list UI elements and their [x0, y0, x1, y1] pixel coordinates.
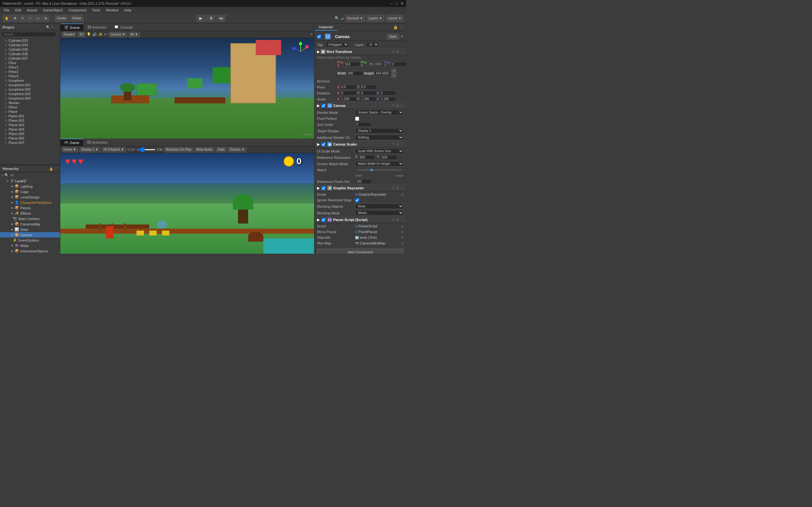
raycaster-enabled-check[interactable]	[321, 186, 325, 190]
rect-reset-icon[interactable]: ↺	[396, 50, 399, 54]
pos-z-input[interactable]	[391, 62, 406, 67]
hierarchy-add-icon[interactable]: +	[1, 173, 3, 177]
project-item-icosphere003[interactable]: ▷Icosphere.003	[0, 92, 60, 96]
menu-pause-edit[interactable]: ⊙	[401, 230, 404, 234]
hier-level1[interactable]: ▼ 🎬 Level1*	[0, 178, 60, 183]
rect-more-icon[interactable]: ⋮	[400, 50, 404, 54]
menu-help[interactable]: Help	[121, 8, 134, 13]
canvas-enabled-check[interactable]	[321, 104, 325, 108]
menu-assets[interactable]: Assets	[24, 8, 40, 13]
tab-animation[interactable]: 🎞 Animation	[84, 138, 112, 146]
project-item-plane007[interactable]: ▷Plane.007	[0, 140, 60, 145]
pause-reset-icon[interactable]: ↺	[396, 218, 399, 222]
gizmos-game-btn[interactable]: Gizmos ▼	[228, 147, 247, 153]
toolbar-hidden-icon[interactable]: 👁	[104, 33, 107, 37]
gr-script-edit-icon[interactable]: ⊙	[401, 193, 404, 196]
rect-tool[interactable]: ▭	[34, 15, 42, 22]
scale-x-input[interactable]	[340, 97, 357, 102]
hier-pieces[interactable]: ▶ 📦 Pieces	[0, 205, 60, 211]
close-scene-icon[interactable]: ✕	[310, 32, 313, 37]
hierarchy-more-icon[interactable]: ⋮	[54, 167, 57, 171]
hand-tool[interactable]: ✋	[3, 15, 11, 22]
menu-component[interactable]: Component	[66, 8, 89, 13]
hierarchy-search-icon[interactable]: 🔍	[4, 173, 9, 177]
static-button[interactable]: Static	[387, 34, 399, 39]
project-item-plane001[interactable]: ▷Plane.001	[0, 114, 60, 118]
project-item-plane002[interactable]: ▷Plane.002	[0, 118, 60, 123]
hier-maincamera[interactable]: 📷 Main Camera	[0, 216, 60, 221]
project-item-plane[interactable]: ▷Plane	[0, 109, 60, 114]
project-item-cylinder037[interactable]: ▷Cylinder.037	[0, 56, 60, 61]
project-search-icon[interactable]: 🔍	[46, 25, 50, 29]
hier-character[interactable]: ▶ 👤 CharacterPainEpice	[0, 200, 60, 205]
menu-tools[interactable]: Tools	[90, 8, 103, 13]
hier-effects[interactable]: ▶ ✨ Effects	[0, 211, 60, 216]
rot-x-input[interactable]	[340, 91, 357, 96]
project-item-icosphere004[interactable]: ▷Icosphere.004	[0, 96, 60, 101]
graphic-raycaster-header[interactable]: ▶ ⊕ Graphic Raycaster ? ↺ ⋮	[314, 184, 406, 191]
canvas-scaler-header[interactable]: ▶ ▣ Canvas Scaler ? ↺ ⋮	[314, 141, 406, 148]
gizmos-button[interactable]: Gizmos ▼	[108, 32, 127, 38]
scale-slider[interactable]	[137, 149, 155, 150]
project-item-fleur3[interactable]: ▷Fleur3	[0, 74, 60, 78]
ui-scale-dropdown[interactable]: Scale With Screen Size	[355, 149, 404, 154]
2d-button[interactable]: 2D	[78, 32, 85, 38]
rect-transform-header[interactable]: ▶ ⊞ Rect Transform ? ↺ ⋮	[314, 48, 406, 55]
hierarchy-lock-icon[interactable]: 🔒	[49, 167, 53, 171]
hier-cage[interactable]: ▶ 📦 Cage	[0, 189, 60, 194]
hier-camerasmgr[interactable]: ▶ 📦 CamerasMgr	[0, 221, 60, 227]
ref-pixels-input[interactable]	[355, 179, 371, 184]
width-input[interactable]	[347, 71, 363, 76]
hierarchy-filter-all[interactable]: All	[10, 173, 14, 177]
pivot-button[interactable]: Center	[55, 15, 68, 22]
canvas-comp-header[interactable]: ▶ UI Canvas ? ↺ ⋮	[314, 102, 406, 109]
match-slider[interactable]	[356, 169, 402, 171]
collab-icon[interactable]: ☁	[341, 16, 344, 20]
project-item-icosphere002[interactable]: ▷Icosphere.002	[0, 87, 60, 92]
close-button[interactable]: ✕	[400, 1, 404, 6]
step-button[interactable]: ⏭	[217, 15, 225, 22]
tag-dropdown[interactable]: Untagged	[325, 42, 349, 47]
layer-dropdown[interactable]: UI	[366, 42, 379, 47]
raycaster-reset-icon[interactable]: ↺	[396, 186, 399, 190]
rect-help-icon[interactable]: ?	[392, 50, 394, 54]
pause-script-header[interactable]: ▶ C# Pause Script (Script) ? ↺ ⋮	[314, 216, 406, 223]
obj-enabled-checkbox[interactable]	[317, 35, 321, 39]
project-item-cylinder035[interactable]: ▷Cylinder.035	[0, 47, 60, 52]
scene-gizmo[interactable]: X Y Z	[289, 41, 312, 63]
space-button[interactable]: Global	[70, 15, 84, 22]
static-dropdown-icon[interactable]: ▼	[400, 35, 404, 38]
target-display-dropdown[interactable]: Display 1	[355, 128, 404, 133]
scale-tool[interactable]: ⤢	[27, 15, 34, 22]
inspector-lock-icon[interactable]: 🔒	[393, 25, 398, 30]
menu-gameobject[interactable]: GameObject	[41, 8, 65, 13]
rot-y-input[interactable]	[360, 91, 376, 96]
pivot-y-input[interactable]	[360, 84, 376, 90]
toolbar-light-icon[interactable]: 💡	[87, 32, 91, 37]
project-item-cylinder034[interactable]: ▷Cylinder.034	[0, 43, 60, 47]
ps-script-edit[interactable]: ⊙	[401, 224, 404, 228]
project-item-plane004[interactable]: ▷Plane.004	[0, 127, 60, 131]
pause-button[interactable]: ⏸	[207, 15, 215, 22]
aspect-dropdown[interactable]: 16:9 Aspect ▼	[102, 147, 126, 153]
layout-button[interactable]: Layout ▼	[386, 15, 404, 22]
ignore-reversed-checkbox[interactable]	[355, 198, 359, 202]
project-item-plane005[interactable]: ▷Plane.005	[0, 131, 60, 136]
project-item-fleur1[interactable]: ▷Fleur1	[0, 65, 60, 69]
scaler-reset-icon[interactable]: ↺	[396, 143, 399, 146]
project-item-fleur[interactable]: ▷Fleur	[0, 61, 60, 65]
add-component-button[interactable]: Add Component	[317, 248, 404, 253]
game-more-icon[interactable]: ⋮	[308, 140, 312, 144]
insp-tab-inspector[interactable]: Inspector	[314, 24, 338, 31]
game-viewport[interactable]: ♥ ♥ ♥ ● 0	[60, 153, 314, 253]
blocking-mask-dropdown[interactable]: Mixed...	[355, 210, 404, 216]
scale-z-input[interactable]	[379, 97, 396, 102]
project-item-plane006[interactable]: ▷Plane.006	[0, 136, 60, 140]
anchor-expand-btn-1[interactable]: ⊡	[392, 69, 396, 73]
additional-shader-dropdown[interactable]: Nothing	[355, 135, 404, 140]
inspector-more-icon[interactable]: ⋮	[400, 25, 404, 30]
scene-viewport[interactable]: X Y Z < Persp	[60, 38, 314, 138]
ref-y-input[interactable]	[381, 155, 397, 160]
toolbar-effects-icon[interactable]: ✨	[98, 32, 102, 37]
game-dropdown[interactable]: Game ▼	[61, 147, 78, 153]
